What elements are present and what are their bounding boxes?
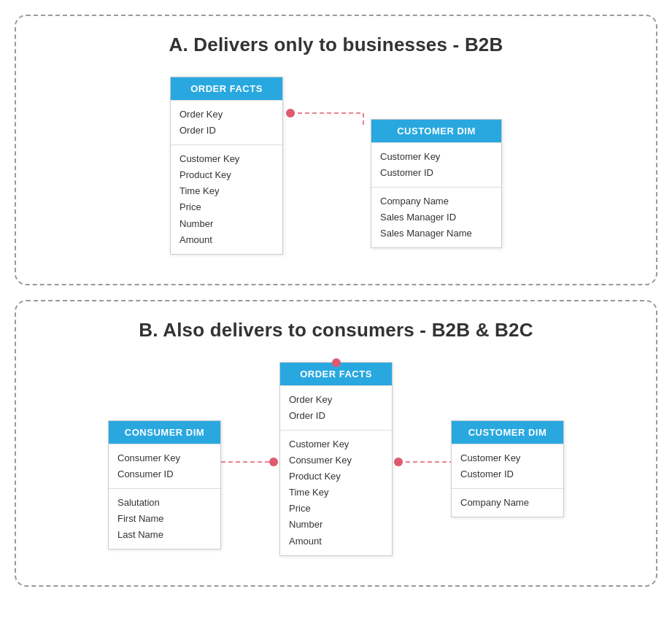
field: Consumer ID	[117, 466, 212, 482]
section-a-title: A. Delivers only to businesses - B2B	[38, 34, 634, 56]
section-b-title: B. Also delivers to consumers - B2B & B2…	[38, 319, 634, 342]
section-a-customer-dim-section1: Customer Key Customer ID	[371, 142, 501, 187]
field: Order ID	[289, 408, 383, 424]
section-b-customer-dim-table: CUSTOMER DIM Customer Key Customer ID Co…	[451, 420, 564, 517]
section-a-customer-dim-table: CUSTOMER DIM Customer Key Customer ID Co…	[371, 119, 502, 248]
section-b-consumer-dim-table: CONSUMER DIM Consumer Key Consumer ID Sa…	[108, 420, 221, 550]
field: Time Key	[289, 485, 383, 501]
section-b-customer-dim-wrapper: CUSTOMER DIM Customer Key Customer ID Co…	[451, 420, 564, 517]
field: Company Name	[380, 193, 493, 209]
section-a-order-facts-header: ORDER FACTS	[171, 77, 282, 100]
field: Customer ID	[380, 165, 493, 181]
section-b-customer-dim-header: CUSTOMER DIM	[452, 421, 563, 444]
section-b-order-facts-wrapper: ORDER FACTS Order Key Order ID Customer …	[279, 362, 393, 556]
section-a-order-facts-section1: Order Key Order ID	[171, 100, 282, 144]
field: Order ID	[179, 123, 274, 139]
section-a-customer-dim-header: CUSTOMER DIM	[371, 120, 501, 142]
section-b-consumer-dim-section1: Consumer Key Consumer ID	[109, 444, 220, 488]
section-b-consumer-dim-wrapper: CONSUMER DIM Consumer Key Consumer ID Sa…	[108, 420, 221, 550]
section-b-customer-dim-section1: Customer Key Customer ID	[452, 444, 563, 488]
field: Amount	[179, 232, 274, 248]
section-b-left-connector	[221, 444, 279, 480]
section-b-order-facts-table: ORDER FACTS Order Key Order ID Customer …	[279, 362, 393, 556]
field: Order Key	[289, 392, 383, 408]
field: Last Name	[117, 527, 212, 543]
svg-point-5	[332, 358, 341, 367]
field: Customer Key	[380, 149, 493, 165]
field: Sales Manager ID	[380, 209, 493, 225]
field: Customer ID	[460, 466, 555, 482]
field: Product Key	[179, 167, 274, 183]
section-a-connector	[283, 99, 371, 128]
field: Product Key	[289, 469, 383, 485]
section-b-customer-dim-section2: Company Name	[452, 488, 563, 517]
field: Price	[179, 199, 274, 215]
field: Time Key	[179, 183, 274, 199]
field: First Name	[117, 511, 212, 527]
section-b-top-dot	[331, 358, 341, 368]
field: Customer Key	[179, 151, 274, 167]
section-a-customer-dim-section2: Company Name Sales Manager ID Sales Mana…	[371, 187, 501, 247]
section-b-consumer-dim-section2: Salutation First Name Last Name	[109, 488, 220, 549]
field: Number	[179, 216, 274, 232]
field: Consumer Key	[289, 452, 383, 469]
section-b-order-facts-section2: Customer Key Consumer Key Product Key Ti…	[280, 430, 392, 555]
field: Sales Manager Name	[380, 225, 493, 242]
section-b: B. Also delivers to consumers - B2B & B2…	[15, 300, 657, 587]
field: Order Key	[179, 107, 274, 123]
field: Customer Key	[289, 436, 383, 452]
field: Salutation	[117, 495, 212, 511]
main-container: A. Delivers only to businesses - B2B ORD…	[15, 15, 657, 587]
section-a-order-facts-section2: Customer Key Product Key Time Key Price …	[171, 144, 282, 254]
section-b-right-connector	[393, 444, 451, 480]
field: Amount	[289, 533, 383, 550]
field: Price	[289, 501, 383, 517]
section-a: A. Delivers only to businesses - B2B ORD…	[15, 15, 657, 285]
field: Company Name	[460, 495, 555, 511]
section-b-order-facts-section1: Order Key Order ID	[280, 385, 392, 430]
field: Number	[289, 517, 383, 533]
svg-point-4	[269, 458, 278, 466]
section-a-order-facts-table: ORDER FACTS Order Key Order ID Customer …	[170, 77, 283, 255]
section-b-consumer-dim-header: CONSUMER DIM	[109, 421, 220, 444]
field: Customer Key	[460, 450, 555, 466]
field: Consumer Key	[117, 450, 212, 466]
